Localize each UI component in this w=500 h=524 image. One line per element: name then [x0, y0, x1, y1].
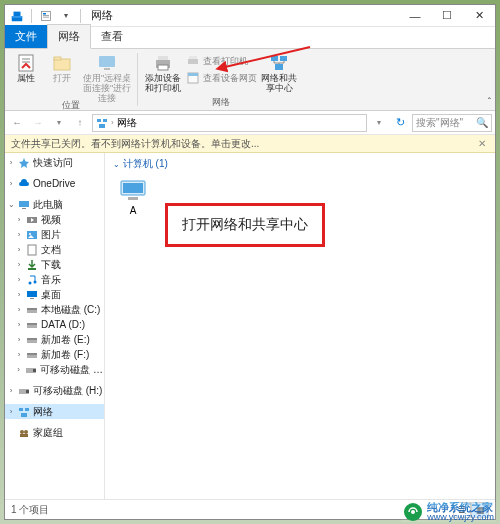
app-icon — [9, 8, 25, 24]
info-bar[interactable]: 文件共享已关闭。看不到网络计算机和设备。单击更改... ✕ — [5, 135, 495, 153]
svg-rect-46 — [33, 369, 36, 372]
close-button[interactable]: ✕ — [463, 5, 495, 27]
network-icon — [18, 406, 30, 418]
info-bar-close[interactable]: ✕ — [475, 138, 489, 149]
nav-disk-h[interactable]: ›可移动磁盘 (H:) — [5, 362, 104, 377]
svg-rect-51 — [21, 413, 27, 417]
forward-button[interactable]: → — [29, 114, 47, 132]
svg-rect-16 — [189, 56, 197, 59]
maximize-button[interactable]: ☐ — [431, 5, 463, 27]
disk-icon — [26, 334, 38, 346]
up-button[interactable]: ↑ — [71, 114, 89, 132]
qat-dropdown-icon[interactable]: ▾ — [58, 8, 74, 24]
pc-icon — [18, 199, 30, 211]
add-device-button[interactable]: 添加设备和打印机 — [142, 51, 184, 94]
tab-file[interactable]: 文件 — [5, 25, 47, 48]
nav-desktop[interactable]: ›桌面 — [5, 287, 104, 302]
remote-desktop-button[interactable]: 使用"远程桌面连接"进行连接 — [81, 51, 133, 104]
nav-quick-access[interactable]: ›快速访问 — [5, 155, 104, 170]
computer-item[interactable]: A — [113, 179, 153, 216]
properties-button[interactable]: 属性 — [9, 51, 43, 84]
breadcrumb[interactable]: › 网络 — [92, 114, 367, 132]
properties-icon — [16, 53, 36, 73]
nav-this-pc[interactable]: ⌄此电脑 — [5, 197, 104, 212]
disk-icon — [26, 349, 38, 361]
view-details-button[interactable]: ≣ — [453, 502, 471, 518]
main-split: ›快速访问 ›OneDrive ⌄此电脑 ›视频 ›图片 ›文档 ›下载 ›音乐… — [5, 153, 495, 499]
ribbon-collapse-button[interactable]: ˆ — [488, 97, 491, 108]
nav-music[interactable]: ›音乐 — [5, 272, 104, 287]
explorer-window: ▾ 网络 — ☐ ✕ 文件 网络 查看 属性 — [4, 4, 496, 520]
network-center-icon — [269, 53, 289, 73]
nav-pictures[interactable]: ›图片 — [5, 227, 104, 242]
svg-rect-26 — [19, 201, 29, 207]
history-dropdown[interactable]: ▾ — [370, 114, 388, 132]
nav-downloads[interactable]: ›下载 — [5, 257, 104, 272]
svg-rect-35 — [27, 291, 37, 297]
pictures-icon — [26, 229, 38, 241]
recent-dropdown[interactable]: ▾ — [50, 114, 68, 132]
chevron-right-icon: › — [111, 118, 114, 127]
search-icon: 🔍 — [476, 117, 488, 128]
refresh-button[interactable]: ↻ — [391, 116, 409, 129]
tab-network[interactable]: 网络 — [47, 24, 91, 49]
svg-point-33 — [29, 281, 32, 284]
svg-rect-20 — [280, 56, 287, 61]
network-center-label: 网络和共享中心 — [259, 74, 299, 94]
svg-rect-31 — [28, 245, 36, 255]
svg-rect-42 — [27, 338, 37, 340]
nav-disk-f[interactable]: ›新加卷 (F:) — [5, 347, 104, 362]
svg-rect-10 — [99, 56, 115, 67]
remote-desktop-icon — [97, 53, 117, 73]
qat-properties-icon[interactable] — [38, 8, 54, 24]
open-button[interactable]: 打开 — [45, 51, 79, 84]
nav-disk-d[interactable]: ›DATA (D:) — [5, 317, 104, 332]
svg-rect-56 — [123, 183, 143, 193]
nav-disk-c[interactable]: ›本地磁盘 (C:) — [5, 302, 104, 317]
nav-videos[interactable]: ›视频 — [5, 212, 104, 227]
breadcrumb-segment[interactable]: 网络 — [117, 116, 137, 130]
search-input[interactable]: 搜索"网络" 🔍 — [412, 114, 492, 132]
back-button[interactable]: ← — [8, 114, 26, 132]
network-icon — [96, 117, 108, 129]
printer-icon — [153, 53, 173, 73]
open-label: 打开 — [53, 74, 71, 84]
view-printers-button[interactable]: 查看打印机 — [186, 53, 257, 69]
svg-rect-54 — [20, 434, 28, 437]
ribbon-group-location: 属性 打开 使用"远程桌面连接"进行连接 位置 — [5, 49, 137, 110]
cloud-icon — [18, 178, 30, 190]
ribbon-group-network: 添加设备和打印机 查看打印机 查看设备网页 网络和 — [138, 49, 303, 110]
svg-rect-36 — [30, 298, 34, 299]
computer-item-label: A — [130, 205, 137, 216]
svg-rect-21 — [275, 64, 283, 70]
homegroup-icon — [18, 427, 30, 439]
view-icons-button[interactable]: ▦ — [471, 502, 489, 518]
nav-homegroup[interactable]: 家庭组 — [5, 425, 104, 440]
window-title: 网络 — [91, 8, 113, 23]
usb-icon — [18, 385, 30, 397]
nav-network[interactable]: ›网络 — [5, 404, 104, 419]
content-pane[interactable]: ⌄ 计算机 (1) A 打开网络和共享中心 — [105, 153, 495, 499]
status-bar: 1 个项目 ≣ ▦ — [5, 499, 495, 519]
desktop-icon — [26, 289, 38, 301]
svg-rect-2 — [14, 11, 21, 15]
add-device-label: 添加设备和打印机 — [142, 74, 184, 94]
music-icon — [26, 274, 38, 286]
minimize-button[interactable]: — — [399, 5, 431, 27]
tab-view[interactable]: 查看 — [91, 25, 133, 48]
nav-documents[interactable]: ›文档 — [5, 242, 104, 257]
status-item-count: 1 个项目 — [11, 503, 49, 517]
group-network-label: 网络 — [142, 96, 299, 109]
group-header-computers[interactable]: ⌄ 计算机 (1) — [105, 153, 495, 175]
nav-disk-e[interactable]: ›新加卷 (E:) — [5, 332, 104, 347]
svg-rect-23 — [97, 119, 101, 122]
view-device-page-button[interactable]: 查看设备网页 — [186, 70, 257, 86]
svg-rect-40 — [27, 323, 37, 325]
nav-disk-h2[interactable]: ›可移动磁盘 (H:) — [5, 383, 104, 398]
view-device-page-label: 查看设备网页 — [203, 72, 257, 85]
disk-icon — [26, 319, 38, 331]
svg-rect-5 — [43, 15, 49, 16]
network-center-button[interactable]: 网络和共享中心 — [259, 51, 299, 94]
nav-onedrive[interactable]: ›OneDrive — [5, 176, 104, 191]
remote-desktop-label: 使用"远程桌面连接"进行连接 — [81, 74, 133, 104]
